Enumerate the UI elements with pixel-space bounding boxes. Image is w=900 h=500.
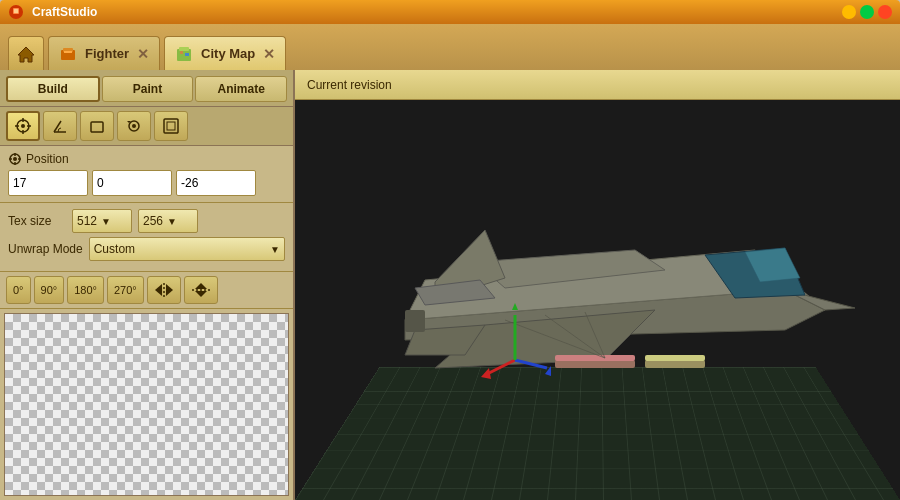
svg-rect-6 [64, 51, 72, 53]
svg-point-22 [132, 124, 136, 128]
citymap-tab-close[interactable]: ✕ [263, 46, 275, 62]
tex-size-label: Tex size [8, 214, 66, 228]
position-x-input[interactable] [8, 170, 88, 196]
rot90-button[interactable]: 90° [34, 276, 65, 304]
svg-rect-23 [164, 119, 178, 133]
svg-rect-24 [167, 122, 175, 130]
window-controls [842, 5, 892, 19]
svg-marker-3 [18, 47, 34, 62]
fighter-tab-close[interactable]: ✕ [137, 46, 149, 62]
tex-size-2-select[interactable]: 256 ▼ [138, 209, 198, 233]
svg-rect-50 [645, 360, 705, 368]
tex-size-1-value: 512 [77, 214, 97, 228]
position-z-input[interactable] [176, 170, 256, 196]
svg-marker-36 [195, 291, 207, 297]
left-panel: Build Paint Animate [0, 70, 295, 500]
svg-rect-49 [555, 355, 635, 361]
tex-section: Tex size 512 ▼ 256 ▼ Unwrap Mode Custom … [0, 203, 293, 272]
unwrap-mode-select[interactable]: Custom ▼ [89, 237, 285, 261]
svg-rect-2 [14, 9, 18, 13]
viewport[interactable] [295, 100, 900, 500]
rot270-button[interactable]: 270° [107, 276, 144, 304]
svg-rect-10 [185, 53, 189, 56]
app-icon [8, 4, 24, 20]
svg-line-18 [54, 121, 61, 132]
svg-point-26 [13, 157, 17, 161]
revision-label: Current revision [307, 78, 392, 92]
tab-citymap[interactable]: City Map ✕ [164, 36, 286, 70]
rot0-button[interactable]: 0° [6, 276, 31, 304]
svg-rect-8 [179, 47, 189, 51]
rotation-bar: 0° 90° 180° 270° [0, 272, 293, 309]
tab-fighter[interactable]: Fighter ✕ [48, 36, 160, 70]
tex-size-2-value: 256 [143, 214, 163, 228]
tab-bar: Fighter ✕ City Map ✕ [0, 24, 900, 70]
transform-gizmo [475, 300, 555, 380]
animate-mode-button[interactable]: Animate [195, 76, 287, 102]
paint-mode-button[interactable]: Paint [102, 76, 194, 102]
map-icon [175, 45, 193, 63]
minimize-button[interactable] [842, 5, 856, 19]
build-mode-button[interactable]: Build [6, 76, 100, 102]
svg-rect-48 [555, 360, 635, 368]
position-icon [8, 152, 22, 166]
select-tool-button[interactable] [6, 111, 40, 141]
position-inputs [8, 170, 285, 196]
svg-marker-56 [481, 368, 491, 379]
position-section: Position [0, 146, 293, 203]
flip-v-button[interactable] [184, 276, 218, 304]
svg-marker-60 [512, 303, 518, 310]
app-title: CraftStudio [32, 5, 97, 19]
citymap-tab-label: City Map [201, 46, 255, 61]
box-tool-button[interactable] [80, 111, 114, 141]
right-panel: Current revision [295, 70, 900, 500]
svg-marker-35 [195, 283, 207, 289]
angle-tool-button[interactable] [43, 111, 77, 141]
main-container: Fighter ✕ City Map ✕ Build Paint Animate [0, 24, 900, 500]
title-bar: CraftStudio [0, 0, 900, 24]
unwrap-label: Unwrap Mode [8, 242, 83, 256]
svg-point-12 [21, 124, 25, 128]
tool-bar [0, 107, 293, 146]
scale-tool-button[interactable] [154, 111, 188, 141]
position-y-input[interactable] [92, 170, 172, 196]
maximize-button[interactable] [860, 5, 874, 19]
fighter-tab-label: Fighter [85, 46, 129, 61]
close-button[interactable] [878, 5, 892, 19]
mode-bar: Build Paint Animate [0, 70, 293, 107]
tex-size-2-arrow: ▼ [167, 216, 177, 227]
tex-size-1-arrow: ▼ [101, 216, 111, 227]
position-label: Position [26, 152, 69, 166]
revision-bar: Current revision [295, 70, 900, 100]
svg-marker-32 [155, 284, 162, 296]
unwrap-mode-value: Custom [94, 242, 135, 256]
svg-line-57 [515, 360, 547, 368]
svg-rect-9 [180, 51, 183, 54]
rotate-tool-button[interactable] [117, 111, 151, 141]
flip-h-button[interactable] [147, 276, 181, 304]
svg-rect-51 [645, 355, 705, 361]
svg-rect-19 [91, 122, 103, 132]
jet-model [345, 120, 885, 440]
svg-rect-47 [405, 310, 425, 332]
unwrap-arrow: ▼ [270, 244, 280, 255]
tex-size-1-select[interactable]: 512 ▼ [72, 209, 132, 233]
rot180-button[interactable]: 180° [67, 276, 104, 304]
svg-marker-33 [166, 284, 173, 296]
content-area: Build Paint Animate [0, 70, 900, 500]
home-button[interactable] [8, 36, 44, 70]
box-icon [59, 45, 77, 63]
texture-preview [4, 313, 289, 496]
